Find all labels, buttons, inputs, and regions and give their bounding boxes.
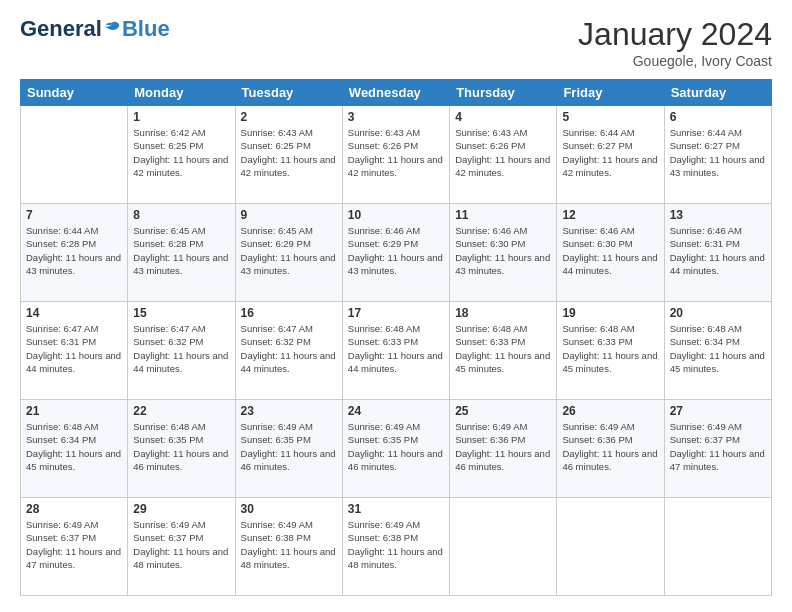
day-number: 21 (26, 404, 122, 418)
day-info: Sunrise: 6:49 AM Sunset: 6:36 PM Dayligh… (562, 420, 658, 473)
day-info: Sunrise: 6:43 AM Sunset: 6:26 PM Dayligh… (348, 126, 444, 179)
day-number: 4 (455, 110, 551, 124)
day-number: 16 (241, 306, 337, 320)
day-info: Sunrise: 6:47 AM Sunset: 6:31 PM Dayligh… (26, 322, 122, 375)
day-info: Sunrise: 6:48 AM Sunset: 6:33 PM Dayligh… (562, 322, 658, 375)
day-info: Sunrise: 6:49 AM Sunset: 6:35 PM Dayligh… (241, 420, 337, 473)
table-row: 26Sunrise: 6:49 AM Sunset: 6:36 PM Dayli… (557, 400, 664, 498)
day-number: 30 (241, 502, 337, 516)
header-thursday: Thursday (450, 80, 557, 106)
day-info: Sunrise: 6:42 AM Sunset: 6:25 PM Dayligh… (133, 126, 229, 179)
table-row: 31Sunrise: 6:49 AM Sunset: 6:38 PM Dayli… (342, 498, 449, 596)
calendar-week-row: 7Sunrise: 6:44 AM Sunset: 6:28 PM Daylig… (21, 204, 772, 302)
table-row (557, 498, 664, 596)
day-number: 13 (670, 208, 766, 222)
day-number: 1 (133, 110, 229, 124)
day-info: Sunrise: 6:49 AM Sunset: 6:38 PM Dayligh… (241, 518, 337, 571)
table-row: 23Sunrise: 6:49 AM Sunset: 6:35 PM Dayli… (235, 400, 342, 498)
day-number: 7 (26, 208, 122, 222)
calendar-week-row: 28Sunrise: 6:49 AM Sunset: 6:37 PM Dayli… (21, 498, 772, 596)
day-info: Sunrise: 6:48 AM Sunset: 6:33 PM Dayligh… (455, 322, 551, 375)
logo-blue: Blue (122, 16, 170, 42)
day-number: 19 (562, 306, 658, 320)
day-info: Sunrise: 6:47 AM Sunset: 6:32 PM Dayligh… (241, 322, 337, 375)
day-info: Sunrise: 6:49 AM Sunset: 6:38 PM Dayligh… (348, 518, 444, 571)
calendar-week-row: 21Sunrise: 6:48 AM Sunset: 6:34 PM Dayli… (21, 400, 772, 498)
table-row: 16Sunrise: 6:47 AM Sunset: 6:32 PM Dayli… (235, 302, 342, 400)
day-number: 12 (562, 208, 658, 222)
table-row: 5Sunrise: 6:44 AM Sunset: 6:27 PM Daylig… (557, 106, 664, 204)
table-row: 21Sunrise: 6:48 AM Sunset: 6:34 PM Dayli… (21, 400, 128, 498)
day-number: 18 (455, 306, 551, 320)
logo-general: General (20, 16, 102, 42)
day-number: 27 (670, 404, 766, 418)
day-number: 9 (241, 208, 337, 222)
table-row: 22Sunrise: 6:48 AM Sunset: 6:35 PM Dayli… (128, 400, 235, 498)
day-info: Sunrise: 6:44 AM Sunset: 6:27 PM Dayligh… (562, 126, 658, 179)
day-number: 5 (562, 110, 658, 124)
table-row: 19Sunrise: 6:48 AM Sunset: 6:33 PM Dayli… (557, 302, 664, 400)
day-number: 26 (562, 404, 658, 418)
header-saturday: Saturday (664, 80, 771, 106)
day-number: 23 (241, 404, 337, 418)
day-number: 10 (348, 208, 444, 222)
day-number: 17 (348, 306, 444, 320)
table-row: 1Sunrise: 6:42 AM Sunset: 6:25 PM Daylig… (128, 106, 235, 204)
day-info: Sunrise: 6:47 AM Sunset: 6:32 PM Dayligh… (133, 322, 229, 375)
title-section: January 2024 Gouegole, Ivory Coast (578, 16, 772, 69)
table-row: 15Sunrise: 6:47 AM Sunset: 6:32 PM Dayli… (128, 302, 235, 400)
calendar-week-row: 14Sunrise: 6:47 AM Sunset: 6:31 PM Dayli… (21, 302, 772, 400)
calendar-table: Sunday Monday Tuesday Wednesday Thursday… (20, 79, 772, 596)
day-info: Sunrise: 6:45 AM Sunset: 6:29 PM Dayligh… (241, 224, 337, 277)
day-info: Sunrise: 6:46 AM Sunset: 6:30 PM Dayligh… (455, 224, 551, 277)
page: General Blue January 2024 Gouegole, Ivor… (0, 0, 792, 612)
day-number: 25 (455, 404, 551, 418)
day-info: Sunrise: 6:43 AM Sunset: 6:26 PM Dayligh… (455, 126, 551, 179)
day-number: 3 (348, 110, 444, 124)
day-number: 15 (133, 306, 229, 320)
day-info: Sunrise: 6:44 AM Sunset: 6:28 PM Dayligh… (26, 224, 122, 277)
table-row: 12Sunrise: 6:46 AM Sunset: 6:30 PM Dayli… (557, 204, 664, 302)
day-info: Sunrise: 6:43 AM Sunset: 6:25 PM Dayligh… (241, 126, 337, 179)
day-info: Sunrise: 6:46 AM Sunset: 6:29 PM Dayligh… (348, 224, 444, 277)
table-row: 18Sunrise: 6:48 AM Sunset: 6:33 PM Dayli… (450, 302, 557, 400)
table-row: 3Sunrise: 6:43 AM Sunset: 6:26 PM Daylig… (342, 106, 449, 204)
day-info: Sunrise: 6:48 AM Sunset: 6:33 PM Dayligh… (348, 322, 444, 375)
table-row: 10Sunrise: 6:46 AM Sunset: 6:29 PM Dayli… (342, 204, 449, 302)
table-row: 7Sunrise: 6:44 AM Sunset: 6:28 PM Daylig… (21, 204, 128, 302)
calendar-week-row: 1Sunrise: 6:42 AM Sunset: 6:25 PM Daylig… (21, 106, 772, 204)
day-number: 6 (670, 110, 766, 124)
table-row (664, 498, 771, 596)
day-number: 24 (348, 404, 444, 418)
logo: General Blue (20, 16, 170, 42)
table-row: 14Sunrise: 6:47 AM Sunset: 6:31 PM Dayli… (21, 302, 128, 400)
header-wednesday: Wednesday (342, 80, 449, 106)
table-row: 25Sunrise: 6:49 AM Sunset: 6:36 PM Dayli… (450, 400, 557, 498)
table-row: 6Sunrise: 6:44 AM Sunset: 6:27 PM Daylig… (664, 106, 771, 204)
day-info: Sunrise: 6:48 AM Sunset: 6:35 PM Dayligh… (133, 420, 229, 473)
table-row: 30Sunrise: 6:49 AM Sunset: 6:38 PM Dayli… (235, 498, 342, 596)
table-row: 9Sunrise: 6:45 AM Sunset: 6:29 PM Daylig… (235, 204, 342, 302)
location: Gouegole, Ivory Coast (578, 53, 772, 69)
day-info: Sunrise: 6:45 AM Sunset: 6:28 PM Dayligh… (133, 224, 229, 277)
day-number: 8 (133, 208, 229, 222)
day-info: Sunrise: 6:49 AM Sunset: 6:35 PM Dayligh… (348, 420, 444, 473)
day-info: Sunrise: 6:48 AM Sunset: 6:34 PM Dayligh… (670, 322, 766, 375)
table-row: 13Sunrise: 6:46 AM Sunset: 6:31 PM Dayli… (664, 204, 771, 302)
month-title: January 2024 (578, 16, 772, 53)
logo-text: General Blue (20, 16, 170, 42)
day-number: 20 (670, 306, 766, 320)
day-info: Sunrise: 6:49 AM Sunset: 6:36 PM Dayligh… (455, 420, 551, 473)
day-number: 2 (241, 110, 337, 124)
day-number: 22 (133, 404, 229, 418)
table-row (21, 106, 128, 204)
day-number: 29 (133, 502, 229, 516)
header: General Blue January 2024 Gouegole, Ivor… (20, 16, 772, 69)
table-row: 2Sunrise: 6:43 AM Sunset: 6:25 PM Daylig… (235, 106, 342, 204)
logo-bird-icon (103, 20, 121, 38)
table-row: 11Sunrise: 6:46 AM Sunset: 6:30 PM Dayli… (450, 204, 557, 302)
day-info: Sunrise: 6:44 AM Sunset: 6:27 PM Dayligh… (670, 126, 766, 179)
table-row: 24Sunrise: 6:49 AM Sunset: 6:35 PM Dayli… (342, 400, 449, 498)
day-info: Sunrise: 6:49 AM Sunset: 6:37 PM Dayligh… (133, 518, 229, 571)
table-row: 20Sunrise: 6:48 AM Sunset: 6:34 PM Dayli… (664, 302, 771, 400)
